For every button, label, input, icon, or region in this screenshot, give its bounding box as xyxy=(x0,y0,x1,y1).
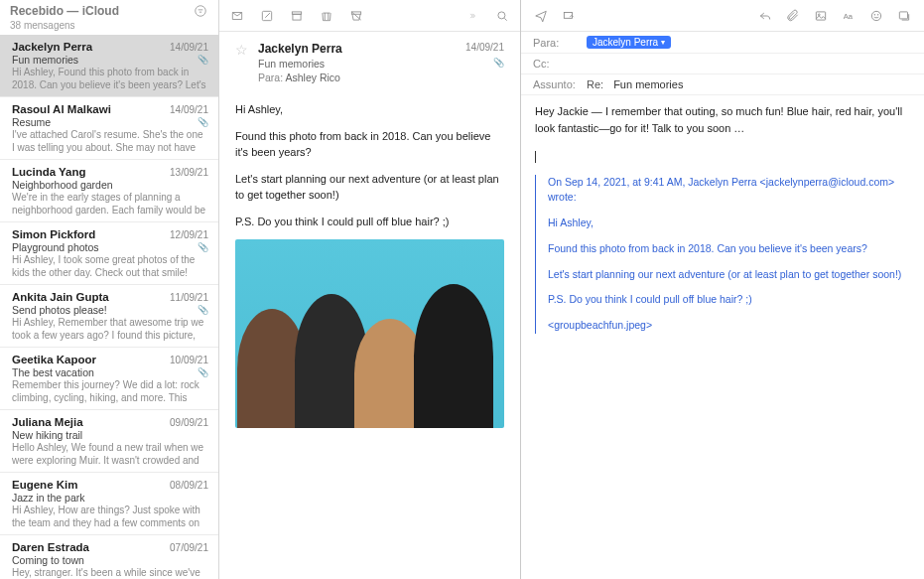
message-row[interactable]: Lucinda Yang13/09/21Neighborhood gardenW… xyxy=(0,160,218,222)
messages-container[interactable]: Jackelyn Perra14/09/21Fun memories📎Hi As… xyxy=(0,35,218,579)
svg-point-12 xyxy=(877,14,878,15)
search-icon[interactable] xyxy=(494,9,510,23)
reply-arrow-icon[interactable] xyxy=(757,9,773,23)
message-subject: The best vacation xyxy=(12,366,94,378)
message-date: 09/09/21 xyxy=(170,417,208,428)
compose-icon[interactable] xyxy=(259,9,275,23)
emoji-icon[interactable] xyxy=(868,9,884,23)
message-sender: Juliana Mejia xyxy=(12,416,83,428)
quote-p2: Found this photo from back in 2018. Can … xyxy=(548,241,910,257)
message-row[interactable]: Ankita Jain Gupta11/09/21Send photos ple… xyxy=(0,285,218,348)
message-sender: Ankita Jain Gupta xyxy=(12,291,109,303)
svg-point-5 xyxy=(498,11,505,18)
star-icon[interactable]: ☆ xyxy=(235,42,248,83)
message-sender: Daren Estrada xyxy=(12,541,89,553)
compose-subject-prefix: Re: xyxy=(587,78,603,90)
message-row[interactable]: Eugene Kim08/09/21Jazz in the parkHi Ash… xyxy=(0,473,218,535)
compose-cc-row[interactable]: Cc: xyxy=(521,54,924,74)
format-icon[interactable]: Aa xyxy=(841,9,857,23)
message-preview: Hello Ashley, We found a new trail when … xyxy=(12,442,208,466)
compose-pane: Aa Para: Jackelyn Perra ▾ Cc: Assunto: R… xyxy=(521,0,924,579)
message-subject: Neighborhood garden xyxy=(12,179,113,191)
photo-icon[interactable] xyxy=(813,9,829,23)
compose-cc-label: Cc: xyxy=(533,58,581,70)
viewer-body-p4: P.S. Do you think I could pull off blue … xyxy=(235,214,504,230)
viewer-to-value: Ashley Rico xyxy=(285,72,339,83)
message-date: 12/09/21 xyxy=(170,229,208,240)
message-preview: Remember this journey? We did a lot: roc… xyxy=(12,379,208,403)
attached-photo[interactable] xyxy=(235,239,504,428)
message-date: 14/09/21 xyxy=(170,104,208,115)
message-sender: Simon Pickford xyxy=(12,228,95,240)
attachment-icon: 📎 xyxy=(493,58,504,70)
message-subject: Send photos please! xyxy=(12,304,107,316)
attach-icon[interactable] xyxy=(785,9,801,23)
message-subject: Coming to town xyxy=(12,554,84,566)
message-date: 13/09/21 xyxy=(170,167,208,178)
more-icon[interactable] xyxy=(464,9,480,23)
svg-point-10 xyxy=(871,11,880,20)
message-row[interactable]: Simon Pickford12/09/21Playground photos📎… xyxy=(0,222,218,285)
svg-rect-13 xyxy=(899,11,907,18)
message-subject: Playground photos xyxy=(12,241,99,253)
reply-icon[interactable] xyxy=(229,9,245,23)
message-row[interactable]: Jackelyn Perra14/09/21Fun memories📎Hi As… xyxy=(0,35,218,97)
compose-body[interactable]: Hey Jackie — I remember that outing, so … xyxy=(521,95,924,579)
message-date: 07/09/21 xyxy=(170,542,208,553)
attachment-icon: 📎 xyxy=(198,55,208,65)
svg-rect-3 xyxy=(293,14,301,20)
message-subject: Fun memories xyxy=(12,54,78,66)
message-row[interactable]: Daren Estrada07/09/21Coming to townHey, … xyxy=(0,535,218,579)
trash-icon[interactable] xyxy=(319,9,334,23)
viewer-to: Para: Ashley Rico xyxy=(258,72,504,83)
quote-attachment: <groupbeachfun.jpeg> xyxy=(548,318,910,334)
svg-point-11 xyxy=(874,14,875,15)
message-date: 10/09/21 xyxy=(170,355,208,365)
message-preview: I've attached Carol's resume. She's the … xyxy=(12,129,208,153)
text-cursor xyxy=(535,151,536,163)
recipient-token[interactable]: Jackelyn Perra ▾ xyxy=(587,36,671,49)
send-icon[interactable] xyxy=(533,9,549,23)
chevron-down-icon: ▾ xyxy=(661,38,665,47)
compose-subject-row[interactable]: Assunto: Re: xyxy=(521,74,924,95)
message-list-pane: Recebido — iCloud 38 mensagens Jackelyn … xyxy=(0,0,219,579)
media-browser-icon[interactable] xyxy=(896,9,912,23)
viewer-header: ☆ Jackelyn Perra 14/09/21 Fun memories 📎… xyxy=(235,42,504,83)
mailbox-count: 38 mensagens xyxy=(0,20,218,35)
quote-p4: P.S. Do you think I could pull off blue … xyxy=(548,292,910,308)
message-subject: Jazz in the park xyxy=(12,492,85,504)
compose-subject-input[interactable] xyxy=(613,78,912,90)
viewer-subject: Fun memories xyxy=(258,58,325,70)
viewer-text: Hi Ashley, Found this photo from back in… xyxy=(235,101,504,229)
svg-point-0 xyxy=(196,6,206,17)
message-sender: Eugene Kim xyxy=(12,479,77,491)
mailbox-header: Recebido — iCloud xyxy=(0,0,218,20)
message-date: 14/09/21 xyxy=(170,42,208,53)
svg-text:Aa: Aa xyxy=(844,11,854,20)
message-row[interactable]: Rasoul Al Malkawi14/09/21Resume📎I've att… xyxy=(0,97,218,160)
message-subject: New hiking trail xyxy=(12,429,82,441)
viewer-body-p3: Let's start planning our next adventure … xyxy=(235,171,504,204)
compose-to-label: Para: xyxy=(533,37,581,49)
junk-icon[interactable] xyxy=(348,9,364,23)
quote-p1: Hi Ashley, xyxy=(548,216,910,231)
attachment-icon: 📎 xyxy=(198,305,208,315)
quote-p3: Let's start planning our next adventure … xyxy=(548,267,910,283)
compose-subject-label: Assunto: xyxy=(533,78,581,90)
compose-to-row[interactable]: Para: Jackelyn Perra ▾ xyxy=(521,32,924,54)
viewer-body: ☆ Jackelyn Perra 14/09/21 Fun memories 📎… xyxy=(219,32,520,579)
svg-rect-6 xyxy=(564,12,572,18)
attachment-icon: 📎 xyxy=(198,242,208,252)
filter-icon[interactable] xyxy=(193,4,208,18)
svg-rect-7 xyxy=(816,11,825,19)
message-row[interactable]: Geetika Kapoor10/09/21The best vacation📎… xyxy=(0,348,218,410)
header-fields-icon[interactable] xyxy=(561,9,577,23)
viewer-body-p2: Found this photo from back in 2018. Can … xyxy=(235,128,504,161)
message-row[interactable]: Juliana Mejia09/09/21New hiking trailHel… xyxy=(0,410,218,473)
mail-app: Recebido — iCloud 38 mensagens Jackelyn … xyxy=(0,0,924,579)
attachment-icon: 📎 xyxy=(198,367,208,377)
viewer-toolbar xyxy=(219,0,520,32)
message-preview: Hi Ashley, How are things? Just spoke wi… xyxy=(12,505,208,528)
archive-icon[interactable] xyxy=(289,9,305,23)
compose-body-text[interactable]: Hey Jackie — I remember that outing, so … xyxy=(535,103,910,136)
